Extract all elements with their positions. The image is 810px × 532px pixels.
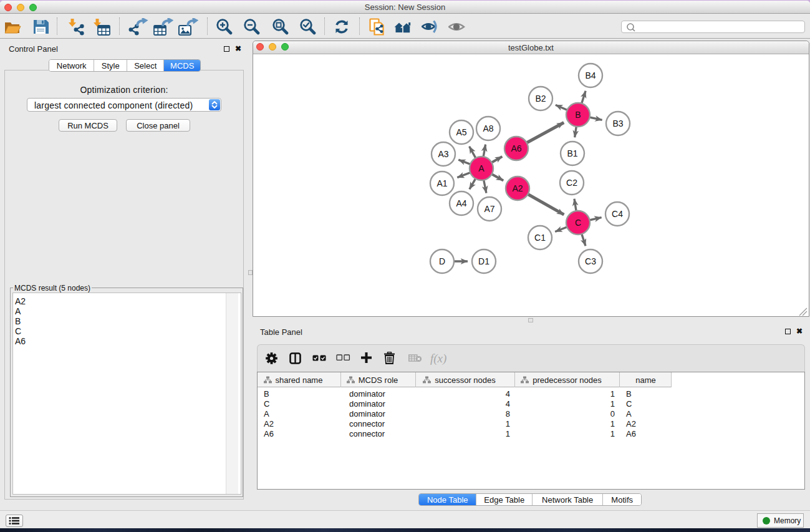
- svg-text:B1: B1: [567, 148, 577, 158]
- svg-text:C3: C3: [585, 256, 596, 266]
- svg-text:A8: A8: [483, 123, 493, 133]
- svg-text:A6: A6: [511, 143, 521, 153]
- svg-text:C4: C4: [612, 209, 623, 219]
- svg-text:A1: A1: [436, 178, 447, 188]
- svg-text:B4: B4: [585, 70, 595, 80]
- svg-text:C2: C2: [566, 178, 577, 188]
- svg-text:D1: D1: [478, 256, 489, 266]
- svg-text:C1: C1: [534, 233, 546, 243]
- svg-text:A3: A3: [438, 149, 448, 159]
- svg-text:B2: B2: [535, 94, 546, 104]
- svg-text:A: A: [478, 163, 485, 173]
- svg-text:B3: B3: [612, 118, 623, 128]
- svg-text:B: B: [575, 110, 581, 120]
- svg-text:A2: A2: [512, 183, 523, 193]
- svg-text:A7: A7: [484, 204, 494, 214]
- svg-text:A5: A5: [456, 127, 466, 137]
- svg-text:C: C: [575, 218, 581, 228]
- svg-text:A4: A4: [456, 198, 466, 208]
- svg-text:D: D: [439, 256, 445, 266]
